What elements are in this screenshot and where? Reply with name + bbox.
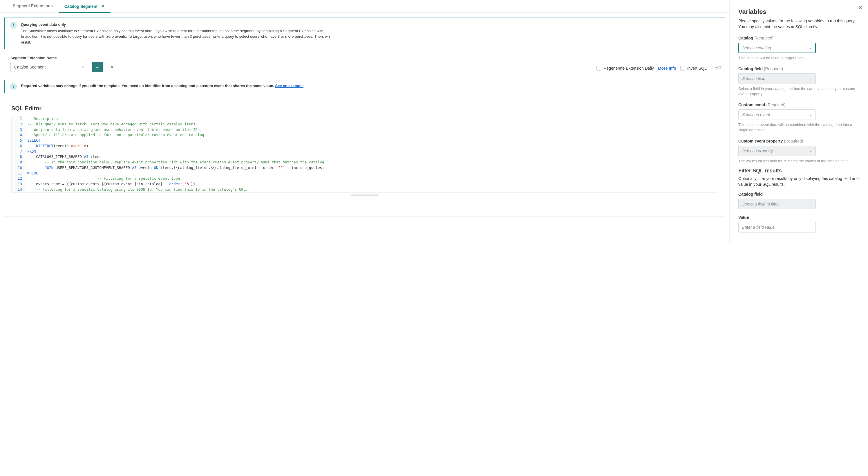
chevron-down-icon: ⌄ (809, 113, 812, 117)
close-icon[interactable]: ✕ (101, 4, 105, 9)
custom-prop-select[interactable]: Select a property ⌄ (738, 146, 816, 156)
variables-panel: ✕ Variables Please specify values for th… (729, 0, 868, 244)
chevron-down-icon: ⌄ (809, 77, 812, 80)
catalog-field-select[interactable]: Select a field ⌄ (738, 73, 816, 84)
custom-event-label: Custom event (738, 102, 765, 107)
panel-subtitle: Please specify values for the following … (738, 18, 859, 30)
chevron-down-icon: ⌄ (809, 46, 812, 50)
segment-name-input[interactable] (10, 62, 88, 72)
tab-segment-extensions[interactable]: Segment Extensions (7, 0, 59, 12)
confirm-button[interactable]: ✓ (92, 62, 103, 72)
check-icon: ✓ (96, 64, 99, 70)
catalog-label: Catalog (738, 36, 753, 40)
catalog-help: This catalog will be used to target user… (738, 55, 859, 61)
resize-handle[interactable] (351, 195, 379, 196)
info-body: The Snowflake tables available in Segmen… (21, 28, 330, 45)
sql-editor-card: SQL Editor 1-- Description:2-- This quer… (4, 98, 725, 217)
filter-title: Filter SQL results (738, 168, 859, 174)
catalog-select[interactable]: Select a catalog ⌄ (738, 43, 816, 53)
filter-subtitle: Optionally filter your results by only d… (738, 176, 859, 187)
value-input[interactable] (738, 222, 816, 233)
info-querying-event-data: i Querying event data only The Snowflake… (4, 18, 725, 49)
catalog-field-label: Catalog field (738, 66, 763, 71)
invert-sql-checkbox[interactable] (680, 66, 685, 70)
info-icon: i (10, 83, 17, 90)
regenerate-daily-label: Regenerate Extension Daily (603, 66, 654, 70)
catalog-field-help: Select a field in your catalog that has … (738, 86, 859, 97)
info-icon: i (10, 22, 17, 29)
invert-sql-label: Invert SQL (687, 66, 707, 70)
sql-editor[interactable]: 1-- Description:2-- This query aims to f… (11, 116, 718, 193)
info-required-variables: i Required variables may change if you e… (4, 80, 725, 93)
tab-label: Catalog Segment (64, 4, 97, 9)
filter-field-label: Catalog field (738, 192, 859, 197)
sql-editor-title: SQL Editor (11, 105, 718, 112)
name-label: Segment Extension Name (10, 56, 88, 60)
close-icon: ✕ (110, 64, 114, 70)
tabs: Segment Extensions Catalog Segment ✕ (0, 0, 729, 13)
panel-title: Variables (738, 8, 859, 16)
tab-catalog-segment[interactable]: Catalog Segment ✕ (59, 0, 111, 12)
custom-event-select[interactable]: Select an event ⌄ (738, 110, 816, 120)
close-panel-button[interactable]: ✕ (858, 4, 863, 11)
regenerate-daily-checkbox[interactable] (596, 66, 601, 70)
custom-prop-help: The values for this field must match the… (738, 158, 859, 164)
chevron-down-icon: ⌄ (809, 202, 812, 206)
cancel-button[interactable]: ✕ (107, 62, 117, 72)
chevron-down-icon: ⌄ (809, 149, 812, 153)
clear-icon[interactable]: ✕ (82, 64, 85, 70)
info-text: Required variables may change if you edi… (21, 84, 275, 88)
see-example-link[interactable]: See an example (275, 84, 304, 88)
custom-event-help: This custom event data will be combined … (738, 122, 859, 132)
actions-button[interactable]: Act (711, 62, 725, 72)
value-label: Value (738, 215, 859, 220)
custom-prop-label: Custom event property (738, 139, 783, 143)
filter-field-select[interactable]: Select a field to filter ⌄ (738, 199, 816, 209)
info-title: Querying event data only (21, 22, 330, 28)
more-info-link[interactable]: More Info (658, 66, 676, 70)
